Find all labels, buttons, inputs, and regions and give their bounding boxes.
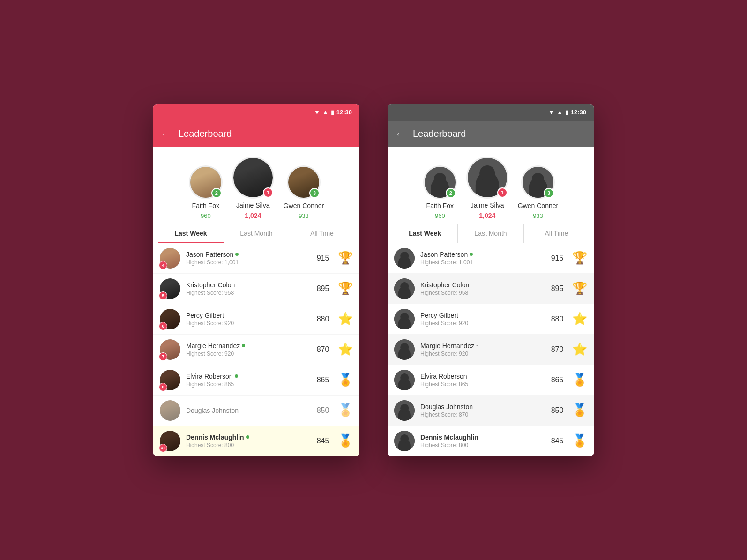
rank-badge-1st: 1 (263, 187, 273, 198)
top3-name-2nd: Faith Fox (192, 202, 219, 209)
top3-name-2nd-dark: Faith Fox (426, 202, 454, 209)
list-item-dark[interactable]: Douglas Johnston Highest Score: 870 850 … (388, 396, 594, 426)
list-score-jason-dark: 915 (548, 254, 567, 262)
tab-last-week[interactable]: Last Week (158, 224, 224, 243)
status-bar-dark: ▼ ▲ ▮ 12:30 (388, 104, 594, 121)
avatar-wrap-2nd: 2 (189, 165, 223, 199)
list-item-dark[interactable]: Jason Patterson Highest Score: 1,001 915… (388, 243, 594, 274)
tab-last-week-dark[interactable]: Last Week (392, 224, 458, 243)
rank-badge-6: 6 (159, 322, 167, 330)
status-bar-colored: ▼ ▲ ▮ 12:30 (153, 104, 359, 121)
avatar-wrap-kristopher-dark (394, 278, 415, 299)
online-dot-jason (235, 253, 239, 256)
list-sub-jason-dark: Highest Score: 1,001 (420, 259, 542, 266)
list-score-jason: 915 (314, 254, 332, 262)
list-item-dark[interactable]: Margie Hernandez • Highest Score: 920 87… (388, 335, 594, 365)
list-section-dark: Jason Patterson Highest Score: 1,001 915… (388, 243, 594, 456)
avatar-wrap-douglas-dark (394, 400, 415, 421)
rank-badge-3rd: 3 (309, 188, 320, 198)
trophy-jason-dark: 🏆 (572, 251, 587, 265)
avatar-jason-dark (394, 248, 415, 269)
trophy-percy-dark: ⭐ (572, 312, 587, 326)
rank-badge-8: 8 (159, 383, 167, 391)
list-item-partial[interactable]: Douglas Johnston 850 🏅 (153, 396, 359, 426)
trophy-jason: 🏆 (338, 251, 353, 265)
page-title: Leaderboard (179, 128, 232, 139)
status-icons: ▼ ▲ ▮ 12:30 (314, 109, 352, 116)
list-info-douglas-dark: Douglas Johnston Highest Score: 870 (420, 403, 542, 418)
list-sub-jason: Highest Score: 1,001 (186, 259, 308, 266)
avatar-wrap-jason-dark (394, 248, 415, 269)
avatar-wrap-percy-dark (394, 309, 415, 329)
list-score-margie: 870 (314, 345, 332, 354)
list-info-jason: Jason Patterson Highest Score: 1,001 (186, 251, 308, 266)
list-info-kristopher-dark: Kristopher Colon Highest Score: 958 (420, 281, 542, 296)
trophy-elvira: 🏅 (338, 373, 353, 387)
list-score-elvira: 865 (314, 376, 332, 384)
top3-score-1st-dark: 1,024 (479, 212, 495, 219)
list-name-jason: Jason Patterson (186, 251, 308, 258)
list-item[interactable]: 7 Margie Hernandez Highest Score: 920 87… (153, 335, 359, 365)
list-name-kristopher-dark: Kristopher Colon (420, 281, 542, 289)
list-item-highlighted[interactable]: 24 Dennis Mclaughlin Highest Score: 800 … (153, 426, 359, 456)
tabs-section-dark: Last Week Last Month All Time (388, 224, 594, 243)
tab-last-month-dark[interactable]: Last Month (458, 224, 523, 243)
list-item[interactable]: 4 Jason Patterson Highest Score: 1,001 9… (153, 243, 359, 274)
top3-name-1st-dark: Jaime Silva (471, 202, 504, 209)
list-info-percy: Percy Gilbert Highest Score: 920 (186, 312, 308, 327)
top3-score-3rd-dark: 933 (533, 212, 543, 219)
tab-last-month[interactable]: Last Month (224, 224, 289, 243)
list-sub-percy-dark: Highest Score: 920 (420, 320, 542, 327)
avatar-wrap-1st-dark: 1 (466, 157, 508, 199)
app-bar-dark: ← Leaderboard (388, 121, 594, 147)
tab-all-time-dark[interactable]: All Time (524, 224, 589, 243)
avatar-margie-dark (394, 339, 415, 360)
list-item-dark[interactable]: Percy Gilbert Highest Score: 920 880 ⭐ (388, 304, 594, 335)
battery-icon-dark: ▮ (565, 109, 568, 116)
avatar-wrap-margie-dark (394, 339, 415, 360)
list-info-margie: Margie Hernandez Highest Score: 920 (186, 342, 308, 357)
back-button[interactable]: ← (161, 128, 171, 140)
list-item-dark[interactable]: Elvira Roberson Highest Score: 865 865 🏅 (388, 365, 594, 396)
avatar-wrap-3rd-dark: 3 (521, 165, 555, 199)
list-info-elvira: Elvira Roberson Highest Score: 865 (186, 373, 308, 388)
page-title-dark: Leaderboard (413, 128, 466, 139)
list-name-elvira: Elvira Roberson (186, 373, 308, 380)
list-item[interactable]: 5 Kristopher Colon Highest Score: 958 89… (153, 274, 359, 304)
list-info-douglas: Douglas Johnston (186, 407, 308, 414)
tab-all-time[interactable]: All Time (289, 224, 355, 243)
rank-badge-1st-dark: 1 (497, 187, 508, 198)
top3-item-1st-dark: 1 Jaime Silva 1,024 (466, 157, 508, 219)
avatar-wrap-2nd-dark: 2 (423, 165, 457, 199)
list-name-dennis-dark: Dennis Mclaughlin (420, 433, 542, 441)
list-sub-percy: Highest Score: 920 (186, 320, 308, 327)
signal-icon-dark: ▲ (557, 109, 563, 116)
list-info-dennis-dark: Dennis Mclaughlin Highest Score: 800 (420, 433, 542, 448)
list-score-douglas: 850 (314, 406, 332, 415)
avatar-elvira-dark (394, 370, 415, 390)
list-score-elvira-dark: 865 (548, 376, 567, 384)
list-sub-elvira: Highest Score: 865 (186, 381, 308, 388)
avatar-wrap-jason: 4 (160, 248, 180, 269)
top3-name-3rd-dark: Gwen Conner (518, 202, 558, 209)
list-name-douglas-dark: Douglas Johnston (420, 403, 542, 411)
back-button-dark[interactable]: ← (395, 128, 405, 140)
phone-colored: ▼ ▲ ▮ 12:30 ← Leaderboard 2 Faith Fox 96… (153, 104, 359, 456)
list-name-jason-dark: Jason Patterson (420, 251, 542, 258)
list-item[interactable]: 8 Elvira Roberson Highest Score: 865 865… (153, 365, 359, 396)
avatar-percy-dark (394, 309, 415, 329)
list-sub-dennis: Highest Score: 800 (186, 442, 308, 448)
list-item[interactable]: 6 Percy Gilbert Highest Score: 920 880 ⭐ (153, 304, 359, 335)
trophy-douglas: 🏅 (338, 403, 353, 418)
top3-score-1st: 1,024 (245, 212, 261, 219)
top3-section: 2 Faith Fox 960 1 Jaime Silva 1,024 3 (153, 147, 359, 224)
list-item-dark[interactable]: Kristopher Colon Highest Score: 958 895 … (388, 274, 594, 304)
top3-name-1st: Jaime Silva (236, 202, 270, 209)
top3-score-2nd-dark: 960 (435, 212, 445, 219)
top3-name-3rd: Gwen Conner (284, 202, 324, 209)
list-sub-douglas-dark: Highest Score: 870 (420, 411, 542, 418)
avatar-douglas-dark (394, 400, 415, 421)
list-item-dark[interactable]: Dennis Mclaughlin Highest Score: 800 845… (388, 426, 594, 456)
list-score-kristopher: 895 (314, 284, 332, 293)
avatar-wrap-dennis-dark (394, 431, 415, 451)
